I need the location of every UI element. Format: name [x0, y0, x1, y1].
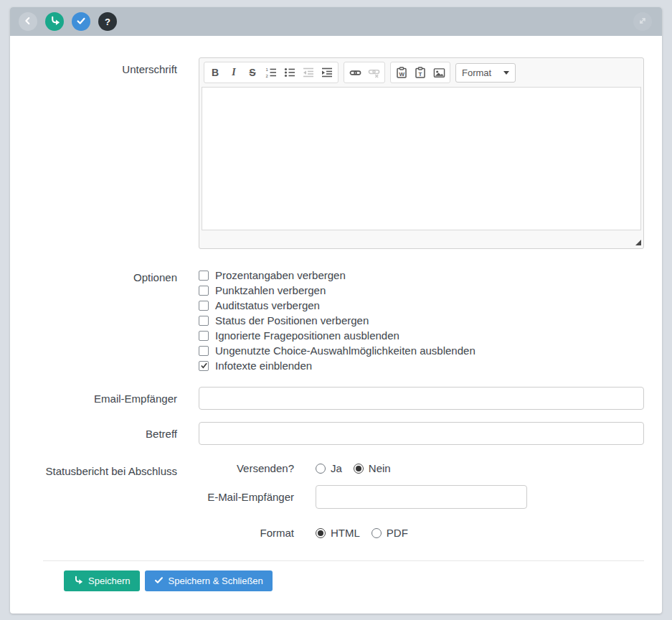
- radio[interactable]: [316, 464, 326, 474]
- radio[interactable]: [354, 464, 364, 474]
- betreff-row: Betreff: [43, 422, 644, 445]
- resize-diagonal-icon: [638, 17, 647, 27]
- reply-arrow-icon: [73, 575, 88, 587]
- checkbox-auditstatus[interactable]: Auditstatus verbergen: [199, 298, 644, 313]
- editor-group-insert: W T: [390, 62, 450, 83]
- checkbox[interactable]: [199, 346, 209, 356]
- svg-text:W: W: [399, 71, 405, 78]
- email-empfaenger-label: Email-Empfänger: [43, 391, 177, 406]
- help-button[interactable]: ?: [98, 12, 117, 31]
- status-format-label: Format: [199, 527, 294, 539]
- unterschrift-row: Unterschrift B I S 12: [43, 57, 644, 249]
- radio-format-pdf[interactable]: PDF: [372, 527, 408, 539]
- speichern-schliessen-button[interactable]: Speichern & Schließen: [145, 570, 273, 591]
- checkbox-label: Status der Positionen verbergen: [215, 314, 369, 327]
- radio[interactable]: [372, 528, 382, 538]
- checkbox-label: Auditstatus verbergen: [215, 299, 320, 311]
- status-email-input[interactable]: [316, 485, 527, 509]
- expand-button[interactable]: [633, 12, 652, 31]
- versenden-row: Versenden? Ja Nein: [199, 462, 644, 474]
- checkbox-status-positionen[interactable]: Status der Positionen verbergen: [199, 313, 644, 328]
- checkbox-label: Infotexte einblenden: [215, 360, 312, 372]
- speichern-button[interactable]: Speichern: [64, 570, 140, 591]
- dialog-card: ? Unterschrift B I S 12: [10, 7, 662, 614]
- ordered-list-icon[interactable]: 12: [262, 63, 280, 82]
- versenden-label: Versenden?: [199, 462, 294, 474]
- unterschrift-label: Unterschrift: [43, 57, 177, 77]
- richtext-editor: B I S 12: [199, 57, 644, 249]
- window-toolbar: ?: [10, 7, 662, 36]
- radio-versenden-nein[interactable]: Nein: [354, 462, 391, 474]
- image-icon[interactable]: [430, 63, 448, 82]
- betreff-input[interactable]: [199, 422, 644, 445]
- check-icon: [154, 576, 169, 587]
- email-empfaenger-row: Email-Empfänger: [43, 387, 644, 410]
- editor-group-links: [344, 62, 385, 83]
- checkbox[interactable]: [199, 301, 209, 311]
- chevron-left-icon: [23, 16, 33, 28]
- radio[interactable]: [316, 528, 326, 538]
- format-dropdown[interactable]: Format: [455, 63, 516, 83]
- checkbox-label: Punktzahlen verbergen: [215, 284, 326, 296]
- status-email-label: E-Mail-Empfänger: [199, 491, 294, 503]
- checkbox-label: Ignorierte Fragepositionen ausblenden: [215, 329, 399, 342]
- status-email-row: E-Mail-Empfänger: [199, 485, 644, 509]
- editor-footer: [199, 230, 643, 248]
- checkbox-prozentangaben[interactable]: Prozentangaben verbergen: [199, 268, 644, 283]
- question-mark-icon: ?: [105, 17, 110, 27]
- paste-from-word-icon[interactable]: W: [392, 63, 411, 82]
- optionen-label: Optionen: [43, 268, 177, 285]
- checkbox-infotexte[interactable]: Infotexte einblenden: [199, 358, 644, 373]
- optionen-row: Optionen Prozentangaben verbergen Punktz…: [43, 268, 644, 373]
- editor-content-area[interactable]: [202, 87, 641, 230]
- checkbox[interactable]: [199, 361, 209, 371]
- outdent-icon[interactable]: [299, 63, 318, 82]
- svg-text:T: T: [419, 71, 422, 78]
- checkbox-ignorierte-fragepositionen[interactable]: Ignorierte Fragepositionen ausblenden: [199, 328, 644, 343]
- checkbox-label: Ungenutzte Choice-Auswahlmöglichkeiten a…: [215, 344, 475, 357]
- checkbox[interactable]: [199, 286, 209, 296]
- strikethrough-icon[interactable]: S: [243, 63, 262, 82]
- checkbox-ungenutzte-choice[interactable]: Ungenutzte Choice-Auswahlmöglichkeiten a…: [199, 343, 644, 358]
- svg-text:2: 2: [266, 74, 269, 78]
- betreff-label: Betreff: [43, 426, 177, 441]
- save-button[interactable]: [45, 12, 64, 31]
- bold-icon[interactable]: B: [206, 63, 224, 82]
- checkbox-punktzahlen[interactable]: Punktzahlen verbergen: [199, 283, 644, 298]
- footer-actions: Speichern Speichern & Schließen: [43, 561, 644, 591]
- resize-handle[interactable]: [635, 240, 641, 245]
- radio-label: Nein: [369, 462, 391, 474]
- reply-arrow-icon: [49, 15, 60, 28]
- check-icon: [76, 16, 86, 28]
- italic-icon[interactable]: I: [224, 63, 243, 82]
- editor-group-basicstyles: B I S 12: [204, 62, 339, 83]
- paste-as-text-icon[interactable]: T: [411, 63, 430, 82]
- checkbox[interactable]: [199, 271, 209, 281]
- indent-icon[interactable]: [318, 63, 336, 82]
- checkbox-label: Prozentangaben verbergen: [215, 269, 346, 281]
- radio-label: Ja: [331, 462, 342, 474]
- email-empfaenger-input[interactable]: [199, 387, 644, 410]
- status-format-row: Format HTML PDF: [199, 527, 644, 539]
- back-button[interactable]: [19, 12, 37, 31]
- editor-toolbar: B I S 12: [199, 58, 643, 87]
- statusbericht-row: Statusbericht bei Abschluss Versenden? J…: [43, 462, 644, 539]
- radio-format-html[interactable]: HTML: [316, 527, 360, 539]
- save-close-button[interactable]: [72, 12, 90, 31]
- radio-label: PDF: [387, 527, 408, 539]
- unlink-icon[interactable]: [364, 63, 383, 82]
- radio-versenden-ja[interactable]: Ja: [316, 462, 342, 474]
- speichern-button-label: Speichern: [88, 576, 131, 586]
- svg-text:1: 1: [266, 67, 269, 72]
- link-icon[interactable]: [346, 63, 364, 82]
- unordered-list-icon[interactable]: [280, 63, 299, 82]
- checkbox[interactable]: [199, 331, 209, 341]
- statusbericht-label: Statusbericht bei Abschluss: [43, 462, 177, 479]
- format-dropdown-value: Format: [462, 67, 491, 78]
- checkbox[interactable]: [199, 316, 209, 326]
- radio-label: HTML: [331, 527, 360, 539]
- speichern-schliessen-button-label: Speichern & Schließen: [169, 576, 263, 586]
- chevron-down-icon: [503, 71, 509, 75]
